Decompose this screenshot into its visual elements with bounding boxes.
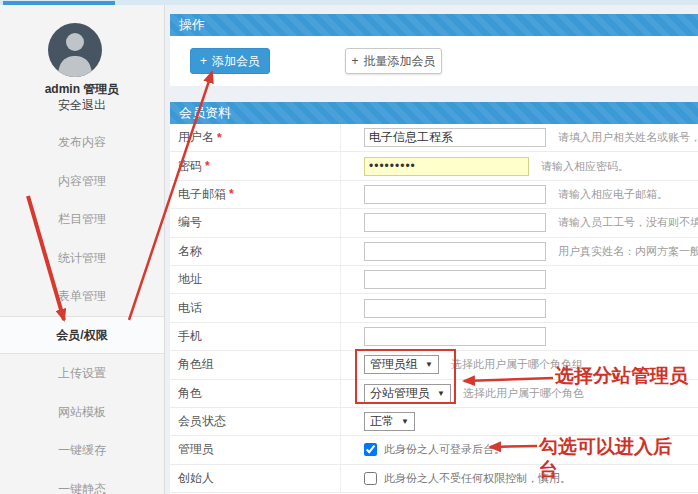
sidebar-menu: 发布内容 内容管理 栏目管理 统计管理 表单管理 会员/权限 上传设置 网站模板… bbox=[0, 123, 164, 494]
field-label: 会员状态 bbox=[178, 413, 226, 430]
actions-panel-title: 操作 bbox=[170, 14, 698, 36]
field-hint: 请填入用户相关姓名或账号，企 bbox=[558, 130, 698, 145]
plus-icon: + bbox=[200, 54, 207, 68]
form-row-number: 编号 请输入员工工号，没有则不填 bbox=[170, 209, 698, 237]
form-row-role: 角色 分站管理员 ▼ 选择此用户属于哪个角色 bbox=[170, 380, 698, 408]
user-silhouette-icon bbox=[48, 23, 102, 77]
field-label: 密码 bbox=[178, 158, 202, 175]
logout-link[interactable]: 安全退出 bbox=[0, 97, 164, 114]
member-profile-panel: 会员资料 用户名* 请填入用户相关姓名或账号，企 密码* 请输入相应密码。 电子… bbox=[170, 102, 698, 494]
checkbox-label: 此身份之人可登录后台。 bbox=[384, 442, 505, 457]
field-label: 地址 bbox=[178, 271, 202, 288]
field-label: 角色组 bbox=[178, 356, 214, 373]
field-label: 管理员 bbox=[178, 441, 214, 458]
form-row-admin: 管理员 此身份之人可登录后台。 bbox=[170, 436, 698, 464]
sidebar-item-stats[interactable]: 统计管理 bbox=[0, 239, 164, 278]
field-label: 创始人 bbox=[178, 470, 214, 487]
address-input[interactable] bbox=[364, 270, 546, 289]
sidebar: admin 管理员 安全退出 发布内容 内容管理 栏目管理 统计管理 表单管理 … bbox=[0, 5, 165, 494]
checkbox-label: 此身份之人不受任何权限控制，慎用。 bbox=[384, 471, 571, 486]
form-row-password: 密码* 请输入相应密码。 bbox=[170, 152, 698, 180]
field-hint: 请输入相应电子邮箱。 bbox=[558, 187, 668, 202]
username-input[interactable] bbox=[364, 128, 546, 147]
field-label: 电话 bbox=[178, 300, 202, 317]
number-input[interactable] bbox=[364, 213, 546, 232]
role-select[interactable]: 分站管理员 ▼ bbox=[364, 384, 451, 403]
sidebar-item-upload[interactable]: 上传设置 bbox=[0, 354, 164, 393]
add-member-button[interactable]: + 添加会员 bbox=[190, 48, 270, 74]
form-row-email: 电子邮箱* 请输入相应电子邮箱。 bbox=[170, 181, 698, 209]
chevron-down-icon: ▼ bbox=[401, 417, 409, 426]
form-row-rolegroup: 角色组 管理员组 ▼ 选择此用户属于哪个角色组 bbox=[170, 351, 698, 379]
field-hint: 请输入员工工号，没有则不填 bbox=[558, 215, 698, 230]
field-label: 手机 bbox=[178, 328, 202, 345]
required-star: * bbox=[217, 131, 222, 145]
actions-panel: 操作 + 添加会员 + 批量添加会员 bbox=[170, 14, 698, 86]
field-label: 用户名 bbox=[178, 129, 214, 146]
required-star: * bbox=[205, 159, 210, 173]
field-hint: 选择此用户属于哪个角色组 bbox=[451, 357, 583, 372]
field-label: 电子邮箱 bbox=[178, 186, 226, 203]
form-row-mobile: 手机 bbox=[170, 323, 698, 351]
email-input[interactable] bbox=[364, 185, 546, 204]
phone-input[interactable] bbox=[364, 299, 546, 318]
sidebar-item-template[interactable]: 网站模板 bbox=[0, 393, 164, 432]
form-row-phone: 电话 bbox=[170, 294, 698, 322]
username-label: admin 管理员 bbox=[0, 81, 164, 98]
sidebar-item-content[interactable]: 内容管理 bbox=[0, 162, 164, 201]
sidebar-item-columns[interactable]: 栏目管理 bbox=[0, 200, 164, 239]
sidebar-item-static[interactable]: 一键静态 bbox=[0, 470, 164, 494]
field-label: 编号 bbox=[178, 214, 202, 231]
sidebar-item-cache[interactable]: 一键缓存 bbox=[0, 431, 164, 470]
avatar[interactable] bbox=[48, 23, 102, 77]
sidebar-item-publish[interactable]: 发布内容 bbox=[0, 123, 164, 162]
batch-add-member-button[interactable]: + 批量添加会员 bbox=[345, 48, 442, 74]
name-input[interactable] bbox=[364, 242, 546, 261]
admin-checkbox[interactable] bbox=[364, 443, 377, 456]
field-hint: 请输入相应密码。 bbox=[541, 159, 629, 174]
field-label: 角色 bbox=[178, 385, 202, 402]
form-row-address: 地址 bbox=[170, 266, 698, 294]
sidebar-item-members[interactable]: 会员/权限 bbox=[0, 316, 164, 355]
password-input[interactable] bbox=[364, 157, 529, 176]
field-hint: 用户真实姓名：内网方案一般不填 bbox=[558, 244, 698, 259]
member-profile-title: 会员资料 bbox=[170, 102, 698, 124]
required-star: * bbox=[229, 187, 234, 201]
founder-checkbox[interactable] bbox=[364, 472, 377, 485]
mobile-input[interactable] bbox=[364, 327, 546, 346]
form-row-founder: 创始人 此身份之人不受任何权限控制，慎用。 bbox=[170, 465, 698, 493]
form-row-username: 用户名* 请填入用户相关姓名或账号，企 bbox=[170, 124, 698, 152]
chevron-down-icon: ▼ bbox=[437, 389, 445, 398]
chevron-down-icon: ▼ bbox=[425, 360, 433, 369]
member-status-select[interactable]: 正常 ▼ bbox=[364, 412, 415, 431]
plus-icon: + bbox=[351, 54, 358, 68]
admin-page: admin 管理员 安全退出 发布内容 内容管理 栏目管理 统计管理 表单管理 … bbox=[0, 0, 698, 494]
role-group-select[interactable]: 管理员组 ▼ bbox=[364, 355, 439, 374]
field-hint: 选择此用户属于哪个角色 bbox=[463, 386, 584, 401]
form-row-name: 名称 用户真实姓名：内网方案一般不填 bbox=[170, 238, 698, 266]
sidebar-item-forms[interactable]: 表单管理 bbox=[0, 277, 164, 316]
field-label: 名称 bbox=[178, 243, 202, 260]
form-row-status: 会员状态 正常 ▼ bbox=[170, 408, 698, 436]
